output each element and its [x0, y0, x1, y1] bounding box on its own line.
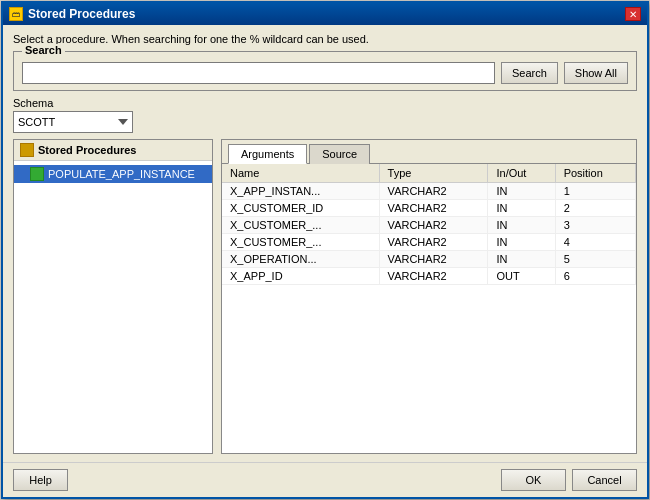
table-cell-name: X_OPERATION... [222, 251, 379, 268]
col-name: Name [222, 164, 379, 183]
schema-label: Schema [13, 97, 637, 109]
table-cell-name: X_APP_INSTAN... [222, 183, 379, 200]
search-button[interactable]: Search [501, 62, 558, 84]
table-cell-inout: IN [488, 251, 555, 268]
search-row: Search Show All [22, 62, 628, 84]
cancel-button[interactable]: Cancel [572, 469, 637, 491]
table-cell-inout: IN [488, 183, 555, 200]
schema-select[interactable]: SCOTT SYS SYSTEM [13, 111, 133, 133]
window-title: Stored Procedures [28, 7, 135, 21]
table-cell-type: VARCHAR2 [379, 251, 488, 268]
col-inout: In/Out [488, 164, 555, 183]
footer: Help OK Cancel [3, 462, 647, 497]
table-cell-inout: OUT [488, 268, 555, 285]
help-button[interactable]: Help [13, 469, 68, 491]
arguments-table: Name Type In/Out Position X_APP_INSTAN..… [222, 164, 636, 285]
right-panel: Arguments Source Name Type In/Out Positi… [221, 139, 637, 454]
schema-row: Schema SCOTT SYS SYSTEM [13, 97, 637, 133]
close-button[interactable]: ✕ [625, 7, 641, 21]
tabs: Arguments Source [222, 140, 636, 164]
tree-panel: Stored Procedures POPULATE_APP_INSTANCE [13, 139, 213, 454]
table-row: X_CUSTOMER_...VARCHAR2IN3 [222, 217, 636, 234]
table-cell-position: 4 [555, 234, 635, 251]
table-area: Name Type In/Out Position X_APP_INSTAN..… [222, 164, 636, 453]
tree-body: POPULATE_APP_INSTANCE [14, 161, 212, 187]
col-position: Position [555, 164, 635, 183]
tree-header: Stored Procedures [14, 140, 212, 161]
window-icon: 🗃 [9, 7, 23, 21]
search-group: Search Search Show All [13, 51, 637, 91]
tree-item[interactable]: POPULATE_APP_INSTANCE [14, 165, 212, 183]
table-cell-inout: IN [488, 234, 555, 251]
table-row: X_APP_IDVARCHAR2OUT6 [222, 268, 636, 285]
table-row: X_CUSTOMER_IDVARCHAR2IN2 [222, 200, 636, 217]
table-row: X_OPERATION...VARCHAR2IN5 [222, 251, 636, 268]
ok-button[interactable]: OK [501, 469, 566, 491]
show-all-button[interactable]: Show All [564, 62, 628, 84]
table-cell-inout: IN [488, 217, 555, 234]
tree-header-icon [20, 143, 34, 157]
table-cell-type: VARCHAR2 [379, 234, 488, 251]
table-cell-type: VARCHAR2 [379, 268, 488, 285]
window-content: Select a procedure. When searching for o… [3, 25, 647, 462]
tree-item-label: POPULATE_APP_INSTANCE [48, 168, 195, 180]
main-area: Stored Procedures POPULATE_APP_INSTANCE … [13, 139, 637, 454]
search-legend: Search [22, 44, 65, 56]
table-cell-position: 3 [555, 217, 635, 234]
table-row: X_CUSTOMER_...VARCHAR2IN4 [222, 234, 636, 251]
title-bar: 🗃 Stored Procedures ✕ [3, 3, 647, 25]
tab-arguments[interactable]: Arguments [228, 144, 307, 164]
search-input[interactable] [22, 62, 495, 84]
table-cell-name: X_APP_ID [222, 268, 379, 285]
table-cell-name: X_CUSTOMER_... [222, 217, 379, 234]
stored-procedures-window: 🗃 Stored Procedures ✕ Select a procedure… [1, 1, 649, 499]
table-cell-inout: IN [488, 200, 555, 217]
table-cell-position: 5 [555, 251, 635, 268]
table-cell-type: VARCHAR2 [379, 217, 488, 234]
tab-source[interactable]: Source [309, 144, 370, 164]
tree-header-label: Stored Procedures [38, 144, 136, 156]
col-type: Type [379, 164, 488, 183]
description-text: Select a procedure. When searching for o… [13, 33, 637, 45]
table-cell-type: VARCHAR2 [379, 183, 488, 200]
table-cell-position: 6 [555, 268, 635, 285]
footer-right: OK Cancel [501, 469, 637, 491]
table-cell-name: X_CUSTOMER_ID [222, 200, 379, 217]
table-row: X_APP_INSTAN...VARCHAR2IN1 [222, 183, 636, 200]
procedure-icon [30, 167, 44, 181]
table-cell-type: VARCHAR2 [379, 200, 488, 217]
table-cell-position: 2 [555, 200, 635, 217]
table-cell-position: 1 [555, 183, 635, 200]
title-bar-left: 🗃 Stored Procedures [9, 7, 135, 21]
table-cell-name: X_CUSTOMER_... [222, 234, 379, 251]
